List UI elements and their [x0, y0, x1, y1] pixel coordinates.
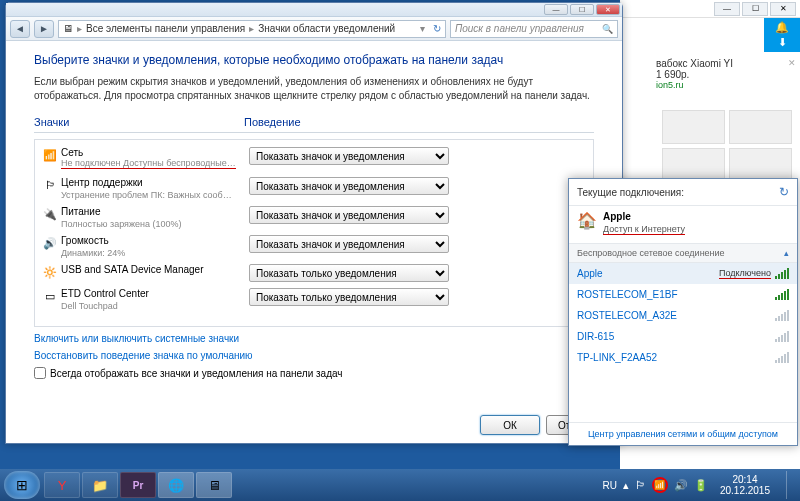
network-item[interactable]: ROSTELECOM_E1BF: [569, 284, 797, 305]
row-icon: 🔊: [41, 235, 59, 251]
ad-title[interactable]: вабокс Xiaomi YI: [656, 58, 796, 69]
grid-header: Значки Поведение: [34, 112, 594, 133]
flyout-header-label: Текущие подключения:: [577, 187, 684, 198]
refresh-icon[interactable]: ↻: [779, 185, 789, 199]
browser-close[interactable]: ✕: [770, 2, 796, 16]
thumb[interactable]: [662, 148, 725, 182]
collapse-icon[interactable]: ▴: [784, 248, 789, 258]
network-name: ROSTELECOM_E1BF: [577, 289, 775, 300]
icon-list[interactable]: 📶СетьНе подключен Доступны беспроводные……: [34, 139, 594, 327]
taskbar-browser[interactable]: 🌐: [158, 472, 194, 498]
back-button[interactable]: ◄: [10, 20, 30, 38]
taskbar-yandex[interactable]: Y: [44, 472, 80, 498]
network-name: Apple: [577, 268, 719, 279]
forward-button[interactable]: ►: [34, 20, 54, 38]
refresh-icon[interactable]: ↻: [433, 23, 441, 34]
search-input[interactable]: Поиск в панели управления: [450, 20, 618, 38]
always-show-label: Всегда отображать все значки и уведомлен…: [50, 368, 343, 379]
network-name: TP-LINK_F2AA52: [577, 352, 775, 363]
network-item[interactable]: DIR-615: [569, 326, 797, 347]
show-desktop-button[interactable]: [786, 471, 796, 499]
behavior-select[interactable]: Показать значок и уведомленияСкрыть знач…: [249, 206, 449, 224]
behavior-select[interactable]: Показать значок и уведомленияСкрыть знач…: [249, 288, 449, 306]
control-panel-window: — ☐ ✕ ◄ ► 🖥 ▸ Все элементы панели управл…: [5, 2, 623, 444]
breadcrumb-sep: ▸: [77, 23, 82, 34]
row-icon: 🔆: [41, 264, 59, 280]
browser-maximize[interactable]: ☐: [742, 2, 768, 16]
ad-link[interactable]: ion5.ru: [656, 80, 796, 90]
clock[interactable]: 20:14 20.12.2015: [714, 474, 776, 496]
navbar: ◄ ► 🖥 ▸ Все элементы панели управления ▸…: [6, 17, 622, 41]
network-center-link[interactable]: Центр управления сетями и общим доступом: [569, 422, 797, 445]
row-text: USB and SATA Device Manager: [59, 264, 249, 275]
always-show-checkbox[interactable]: Всегда отображать все значки и уведомлен…: [34, 367, 594, 379]
thumb[interactable]: [729, 110, 792, 144]
breadcrumb-dropdown-icon[interactable]: ▾: [420, 23, 425, 34]
row-text: ETD Control CenterDell Touchpad: [59, 288, 249, 311]
tray-network-icon-highlighted[interactable]: 📶: [652, 477, 668, 493]
start-button[interactable]: ⊞: [4, 471, 40, 499]
network-item[interactable]: AppleПодключено: [569, 263, 797, 284]
bell-icon[interactable]: 🔔: [775, 21, 789, 34]
wireless-section-header[interactable]: Беспроводное сетевое соединение ▴: [569, 243, 797, 263]
signal-icon: [775, 269, 789, 279]
row-subtext: Dell Touchpad: [61, 301, 118, 311]
browser-minimize[interactable]: —: [714, 2, 740, 16]
signal-icon: [775, 290, 789, 300]
column-icons: Значки: [34, 116, 244, 128]
network-status: Подключено: [719, 268, 771, 279]
tray-volume-icon[interactable]: 🔊: [674, 479, 688, 492]
taskbar-explorer[interactable]: 📁: [82, 472, 118, 498]
behavior-select[interactable]: Показать значок и уведомленияСкрыть знач…: [249, 177, 449, 195]
ad-thumbnails: [662, 110, 792, 182]
tray-show-hidden-icon[interactable]: ▴: [623, 479, 629, 492]
wireless-section-label: Беспроводное сетевое соединение: [577, 248, 725, 258]
column-behavior: Поведение: [244, 116, 594, 128]
clock-time: 20:14: [720, 474, 770, 485]
connection-name: Apple: [603, 211, 685, 222]
row-icon: 📶: [41, 147, 59, 163]
content-area: Выберите значки и уведомления, которые н…: [6, 41, 622, 443]
row-text: ГромкостьДинамики: 24%: [59, 235, 249, 258]
close-button[interactable]: ✕: [596, 4, 620, 15]
taskbar-premiere[interactable]: Pr: [120, 472, 156, 498]
link-restore-defaults[interactable]: Восстановить поведение значка по умолчан…: [34, 350, 594, 361]
row-name: Сеть: [61, 147, 249, 158]
ok-button[interactable]: ОК: [480, 415, 540, 435]
row-icon: 🔌: [41, 206, 59, 222]
page-heading: Выберите значки и уведомления, которые н…: [34, 53, 594, 67]
titlebar: — ☐ ✕: [6, 3, 622, 17]
taskbar-control-panel[interactable]: 🖥: [196, 472, 232, 498]
behavior-select[interactable]: Показать значок и уведомленияСкрыть знач…: [249, 147, 449, 165]
row-name: Центр поддержки: [61, 177, 249, 188]
link-system-icons[interactable]: Включить или выключить системные значки: [34, 333, 594, 344]
network-item[interactable]: ROSTELECOM_A32E: [569, 305, 797, 326]
language-indicator[interactable]: RU: [602, 480, 616, 491]
row-icon: 🏳: [41, 177, 59, 193]
thumb[interactable]: [729, 148, 792, 182]
breadcrumb-root-icon[interactable]: 🖥: [63, 23, 73, 34]
breadcrumb-part2[interactable]: Значки области уведомлений: [258, 23, 395, 34]
tray-action-center-icon[interactable]: 🏳: [635, 479, 646, 491]
minimize-button[interactable]: —: [544, 4, 568, 15]
row-subtext: Устранение проблем ПК: Важных сооб…: [61, 190, 232, 200]
behavior-select[interactable]: Показать значок и уведомленияСкрыть знач…: [249, 264, 449, 282]
network-item[interactable]: TP-LINK_F2AA52: [569, 347, 797, 368]
house-icon: 🏠: [577, 211, 597, 230]
row-subtext: Не подключен Доступны беспроводные…: [61, 158, 236, 169]
thumb[interactable]: [662, 110, 725, 144]
breadcrumb-part1[interactable]: Все элементы панели управления: [86, 23, 245, 34]
icon-row: 🏳Центр поддержкиУстранение проблем ПК: В…: [41, 174, 587, 203]
icon-row: ▭ETD Control CenterDell TouchpadПоказать…: [41, 285, 587, 314]
breadcrumb[interactable]: 🖥 ▸ Все элементы панели управления ▸ Зна…: [58, 20, 446, 38]
download-icon[interactable]: ⬇: [778, 36, 787, 49]
ad-close-icon[interactable]: ✕: [788, 58, 796, 68]
maximize-button[interactable]: ☐: [570, 4, 594, 15]
always-show-checkbox-input[interactable]: [34, 367, 46, 379]
row-text: СетьНе подключен Доступны беспроводные…: [59, 147, 249, 171]
behavior-select[interactable]: Показать значок и уведомленияСкрыть знач…: [249, 235, 449, 253]
taskbar-items: Y 📁 Pr 🌐 🖥: [44, 472, 232, 498]
tray-battery-icon[interactable]: 🔋: [694, 479, 708, 492]
connection-status: Доступ к Интернету: [603, 224, 685, 235]
signal-icon: [775, 353, 789, 363]
